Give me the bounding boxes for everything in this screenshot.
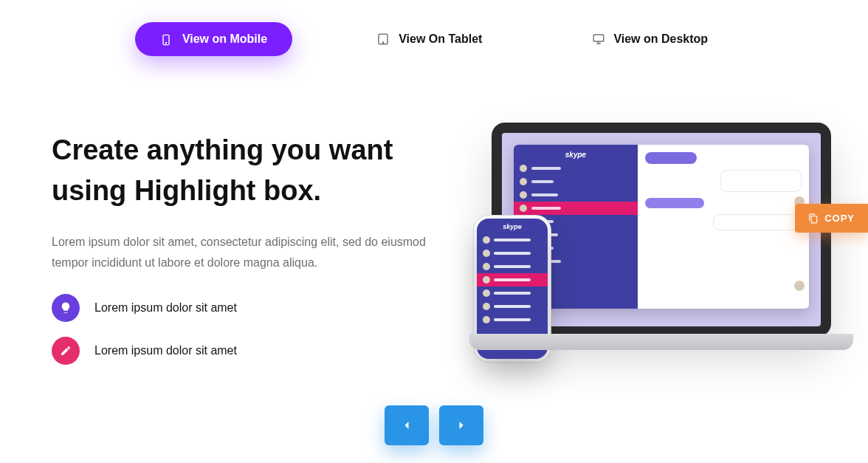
chevron-right-icon [454,418,469,433]
svg-point-3 [382,42,384,44]
feature-item: Lorem ipsum dolor sit amet [52,337,450,365]
tab-label: View On Tablet [399,32,482,46]
tablet-icon [376,32,390,46]
laptop-model-label: MacBook Pro [492,340,831,347]
next-button[interactable] [439,405,483,445]
laptop-frame: skype [492,123,831,337]
hero-copy: Create anything you want using Highlight… [52,130,450,380]
copy-icon [808,213,819,224]
tab-label: View on Desktop [613,32,708,46]
prev-button[interactable] [385,405,429,445]
laptop-screen: skype [502,133,821,326]
page-title: Create anything you want using Highlight… [52,130,450,211]
device-mockup: skype [480,130,824,374]
desktop-icon [591,32,604,46]
app-brand: skype [514,151,638,162]
tab-desktop[interactable]: View on Desktop [566,22,733,56]
page-description: Lorem ipsum dolor sit amet, consectetur … [52,232,450,273]
svg-rect-4 [594,35,604,41]
svg-point-1 [165,42,166,43]
device-tabs: View on Mobile View On Tablet View on De… [0,0,868,56]
feature-item: Lorem ipsum dolor sit amet [52,294,450,322]
tab-mobile[interactable]: View on Mobile [135,22,292,56]
chevron-left-icon [399,418,414,433]
pen-icon [52,337,80,365]
copy-label: COPY [824,213,855,224]
phone-frame: skype [477,219,548,359]
lightbulb-icon [52,294,80,322]
mobile-icon [160,32,173,46]
tab-tablet[interactable]: View On Tablet [351,22,507,56]
app-chat [638,145,809,309]
app-mock: skype [514,145,809,309]
feature-text: Lorem ipsum dolor sit amet [94,301,237,315]
feature-text: Lorem ipsum dolor sit amet [94,344,237,357]
tab-label: View on Mobile [182,32,267,46]
copy-button[interactable]: COPY [795,204,868,233]
app-brand: skype [477,219,548,233]
carousel-nav [385,405,483,445]
hero-section: Create anything you want using Highlight… [0,56,868,380]
